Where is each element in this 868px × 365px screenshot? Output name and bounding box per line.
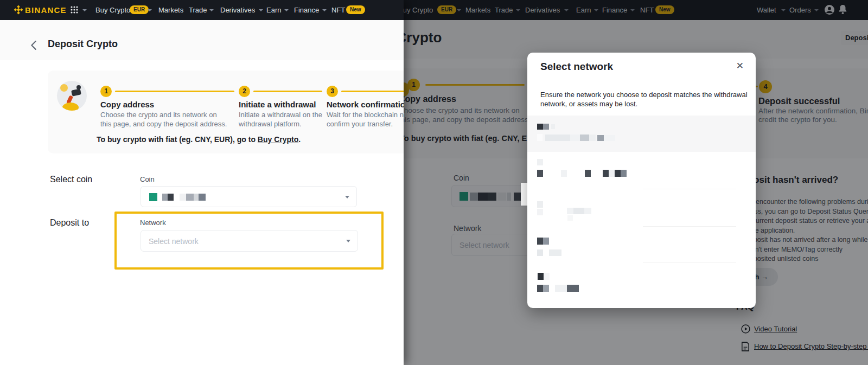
redacted-block — [589, 135, 596, 141]
page-title: Deposit Crypto — [48, 39, 118, 50]
nav-item-markets[interactable]: Markets — [158, 6, 183, 14]
redacted-block — [561, 170, 567, 177]
step-title: Copy address — [100, 100, 154, 109]
step-connector — [115, 91, 234, 92]
network-select[interactable]: Select network — [141, 230, 358, 252]
redacted-block — [537, 201, 543, 208]
redacted-block — [186, 194, 194, 201]
redacted-block — [567, 215, 573, 221]
coin-select[interactable] — [141, 186, 357, 207]
redacted-block — [543, 124, 549, 130]
chevron-down-icon — [82, 9, 87, 11]
redacted-block — [199, 194, 206, 201]
redacted-block — [543, 238, 549, 245]
redacted-block — [567, 285, 579, 292]
chevron-down-icon — [209, 9, 214, 11]
chevron-down-icon — [322, 9, 327, 11]
redacted-block — [573, 208, 584, 214]
binance-logo-icon[interactable] — [14, 5, 23, 17]
redacted-block — [162, 194, 168, 201]
network-placeholder: Select network — [149, 237, 199, 246]
step-number: 1 — [100, 86, 112, 97]
foreground-page: BINANCE Buy Crypto EUR Markets Trade Der… — [0, 0, 404, 365]
redacted-block — [551, 124, 555, 129]
step-title: Network confirmation — [327, 100, 404, 109]
chevron-down-icon — [259, 9, 263, 11]
screen: Buy Crypto EUR Markets Trade Derivatives… — [0, 0, 868, 365]
redacted-block — [597, 135, 604, 141]
redacted-block — [603, 170, 609, 177]
coin-field-label: Coin — [140, 175, 155, 183]
redacted-block — [180, 194, 186, 201]
top-nav: BINANCE Buy Crypto EUR Markets Trade Der… — [0, 0, 404, 20]
nav-item-derivatives[interactable]: Derivatives — [220, 6, 255, 14]
redacted-block — [544, 273, 550, 280]
redacted-block — [537, 238, 543, 245]
buy-crypto-link[interactable]: Buy Crypto — [258, 135, 298, 144]
redacted-block — [538, 273, 544, 280]
redacted-block — [537, 170, 543, 177]
nav-item-buy-crypto[interactable]: Buy Crypto — [95, 6, 130, 14]
step-description: Choose the crypto and its network on thi… — [100, 110, 229, 129]
step-connector — [341, 91, 404, 92]
redacted-block — [615, 170, 621, 177]
redacted-block — [168, 194, 174, 201]
redacted-block — [537, 285, 543, 292]
redacted-block — [570, 135, 580, 141]
chevron-down-icon — [148, 9, 152, 11]
redacted-block — [549, 249, 561, 256]
redacted-block — [545, 135, 570, 141]
nav-item-earn[interactable]: Earn — [266, 6, 281, 14]
redacted-block — [580, 135, 589, 141]
step-description: Wait for the blockchain network to confi… — [327, 110, 404, 129]
chevron-down-icon — [346, 240, 350, 242]
buy-fiat-period: . — [298, 135, 301, 144]
nav-item-finance[interactable]: Finance — [294, 6, 319, 14]
chevron-down-icon — [284, 9, 289, 11]
step-connector — [253, 91, 322, 92]
step-number: 3 — [327, 86, 338, 97]
select-network-modal: Select network ✕ Ensure the network you … — [527, 53, 756, 308]
deposit-to-label: Deposit to — [50, 218, 89, 228]
step-description: Initiate a withdrawal on the withdrawal … — [239, 110, 339, 129]
redacted-block — [621, 170, 627, 177]
step-number: 2 — [239, 86, 250, 97]
step-title: Initiate a withdrawal — [239, 100, 316, 109]
modal-redacted-content — [527, 53, 756, 308]
illustration-figure — [71, 88, 81, 96]
redacted-block — [555, 285, 567, 292]
illustration-coin — [60, 84, 68, 92]
redacted-block — [537, 134, 542, 141]
redacted-block — [585, 170, 591, 177]
chevron-down-icon — [345, 196, 349, 198]
new-badge: New — [346, 5, 365, 14]
binance-logo-text[interactable]: BINANCE — [25, 5, 67, 15]
redacted-block — [537, 249, 543, 256]
deposit-illustration — [57, 81, 87, 111]
select-coin-label: Select coin — [50, 175, 92, 184]
buy-fiat-note: To buy crypto with fiat (eg. CNY, EUR), … — [97, 135, 301, 144]
apps-grid-icon[interactable] — [71, 6, 78, 16]
redacted-block — [543, 285, 549, 292]
redacted-block — [194, 194, 199, 201]
nav-item-nft[interactable]: NFT — [331, 6, 345, 14]
redacted-block — [149, 193, 157, 201]
redacted-block — [604, 135, 615, 141]
nav-item-trade[interactable]: Trade — [189, 6, 207, 14]
redacted-block — [609, 170, 615, 177]
currency-badge: EUR — [130, 5, 149, 14]
network-field-label: Network — [140, 219, 166, 227]
redacted-block — [537, 159, 543, 165]
buy-fiat-text: To buy crypto with fiat (eg. CNY, EUR), … — [97, 135, 258, 144]
redacted-block — [537, 209, 543, 215]
back-chevron-icon[interactable] — [30, 40, 37, 53]
redacted-block — [537, 124, 543, 130]
